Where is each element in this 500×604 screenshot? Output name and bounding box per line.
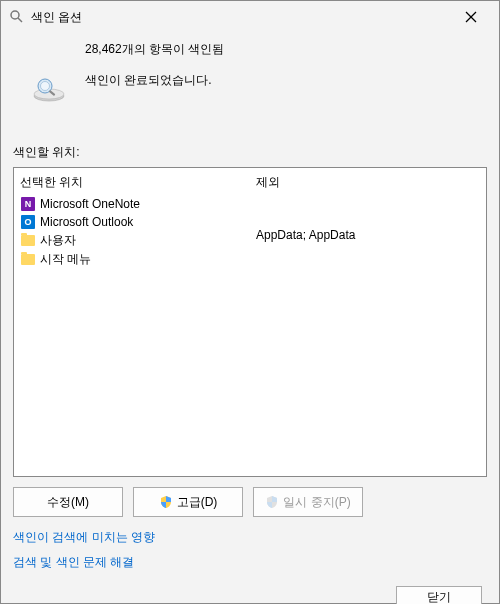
svg-point-7 <box>41 82 50 91</box>
list-item[interactable]: N Microsoft OneNote <box>20 195 244 213</box>
close-button[interactable] <box>451 3 491 31</box>
exclude-value <box>256 211 480 227</box>
troubleshoot-link[interactable]: 검색 및 색인 문제 해결 <box>13 554 487 571</box>
impact-link[interactable]: 색인이 검색에 미치는 영향 <box>13 529 487 546</box>
search-options-icon <box>9 9 25 25</box>
advanced-label: 고급(D) <box>177 494 218 511</box>
exclude-value <box>256 195 480 211</box>
list-item[interactable]: 사용자 <box>20 231 244 250</box>
window-title: 색인 옵션 <box>31 9 451 26</box>
outlook-icon: O <box>20 214 36 230</box>
location-label: Microsoft Outlook <box>40 215 133 229</box>
locations-list: 선택한 위치 N Microsoft OneNote O Microsoft O… <box>13 167 487 477</box>
location-label: Microsoft OneNote <box>40 197 140 211</box>
location-label: 사용자 <box>40 232 76 249</box>
folder-icon <box>20 252 36 268</box>
advanced-button[interactable]: 고급(D) <box>133 487 243 517</box>
titlebar: 색인 옵션 <box>1 1 499 33</box>
selected-locations-header: 선택한 위치 <box>20 172 244 195</box>
list-item[interactable]: O Microsoft Outlook <box>20 213 244 231</box>
list-item[interactable]: 시작 메뉴 <box>20 250 244 269</box>
indexed-count: 28,462개의 항목이 색인됨 <box>85 41 487 58</box>
onenote-icon: N <box>20 196 36 212</box>
pause-label: 일시 중지(P) <box>283 494 350 511</box>
folder-icon <box>20 233 36 249</box>
close-label: 닫기 <box>427 590 451 604</box>
shield-icon <box>159 495 173 509</box>
svg-line-1 <box>18 18 22 22</box>
indexing-status-icon <box>13 70 85 106</box>
shield-icon <box>265 495 279 509</box>
modify-label: 수정(M) <box>47 494 89 511</box>
close-dialog-button[interactable]: 닫기 <box>396 586 482 604</box>
modify-button[interactable]: 수정(M) <box>13 487 123 517</box>
exclude-value: AppData; AppData <box>256 227 480 243</box>
location-label: 시작 메뉴 <box>40 251 91 268</box>
index-locations-label: 색인할 위치: <box>13 144 487 161</box>
exclude-value <box>256 243 480 259</box>
indexing-complete-text: 색인이 완료되었습니다. <box>85 72 487 89</box>
exclude-header: 제외 <box>256 172 480 195</box>
svg-point-0 <box>11 11 19 19</box>
pause-button[interactable]: 일시 중지(P) <box>253 487 363 517</box>
